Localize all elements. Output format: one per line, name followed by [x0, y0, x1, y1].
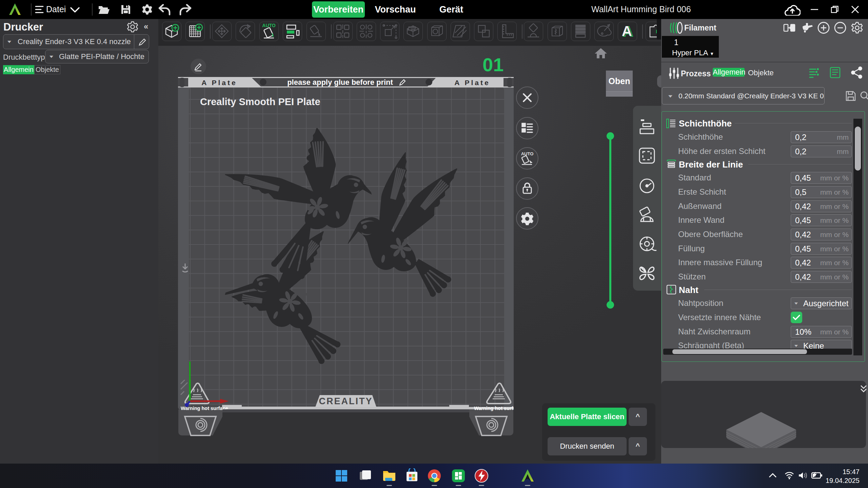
svg-text:A Plate: A Plate — [201, 79, 237, 86]
svg-text:A Plate: A Plate — [454, 79, 490, 86]
svg-text:AUTO: AUTO — [262, 23, 276, 28]
svg-text:please apply glue before print: please apply glue before print — [287, 78, 393, 86]
svg-text:AUTO: AUTO — [521, 151, 534, 156]
svg-text:A: A — [622, 23, 632, 39]
